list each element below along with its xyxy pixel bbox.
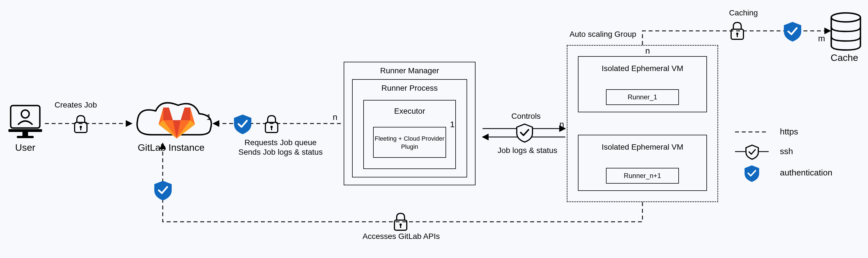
mult-group-left: n bbox=[559, 120, 564, 129]
svg-point-4 bbox=[21, 110, 29, 118]
creates-job-label: Creates Job bbox=[45, 101, 106, 110]
shield-auth-icon bbox=[784, 22, 801, 41]
lock-icon bbox=[266, 116, 278, 133]
vm1-title: Isolated Ephemeral VM bbox=[579, 64, 706, 73]
shield-auth-icon bbox=[745, 165, 759, 182]
shield-ssh-icon bbox=[517, 124, 532, 142]
user-label: User bbox=[8, 142, 42, 153]
svg-rect-3 bbox=[11, 106, 40, 128]
auto-scaling-group-title: Auto scaling Group bbox=[569, 30, 643, 39]
cache-label: Cache bbox=[819, 52, 868, 63]
gitlab-label: GitLab Instance bbox=[112, 142, 230, 153]
gitlab-logo-icon bbox=[158, 108, 195, 138]
lock-icon bbox=[74, 116, 87, 133]
vm2-title: Isolated Ephemeral VM bbox=[579, 143, 706, 152]
caching-label: Caching bbox=[718, 8, 769, 18]
mult-manager-side: n bbox=[333, 112, 338, 122]
shield-ssh-icon bbox=[746, 145, 758, 159]
accesses-apis-label: Accesses GitLab APIs bbox=[345, 232, 457, 241]
svg-point-17 bbox=[831, 13, 861, 22]
mult-gitlab-side: 1 bbox=[207, 112, 211, 122]
legend-ssh: ssh bbox=[780, 147, 793, 156]
shield-auth-icon bbox=[234, 115, 251, 134]
shield-auth-icon bbox=[154, 181, 172, 200]
mult-cache-left: m bbox=[818, 34, 825, 43]
svg-rect-2 bbox=[17, 136, 34, 138]
svg-rect-1 bbox=[23, 132, 28, 136]
svg-rect-0 bbox=[8, 129, 42, 132]
job-logs-status-label: Job logs & status bbox=[485, 146, 569, 155]
executor-plugin-box: Fleeting + Cloud Provider Plugin bbox=[373, 127, 446, 158]
vm2-runner-label: Runner_n+1 bbox=[607, 172, 678, 180]
runner-process-title: Runner Process bbox=[353, 84, 467, 93]
requests-queue-line2: Sends Job logs & status bbox=[224, 148, 337, 156]
runner-manager-title: Runner Manager bbox=[344, 66, 475, 75]
executor-title: Executor bbox=[364, 107, 455, 116]
legend-auth: authentication bbox=[780, 168, 832, 177]
requests-queue-line1: Requests Job queue bbox=[224, 138, 337, 147]
executor-plugin-title: Fleeting + Cloud Provider Plugin bbox=[374, 135, 445, 151]
vm2-runner-box: Runner_n+1 bbox=[606, 168, 679, 183]
cache-db-icon bbox=[831, 13, 861, 50]
vm1-runner-box: Runner_1 bbox=[606, 89, 679, 105]
vm1-runner-label: Runner_1 bbox=[607, 93, 678, 101]
controls-label: Controls bbox=[498, 112, 554, 121]
legend-https: https bbox=[780, 127, 798, 137]
user-icon bbox=[8, 106, 42, 138]
